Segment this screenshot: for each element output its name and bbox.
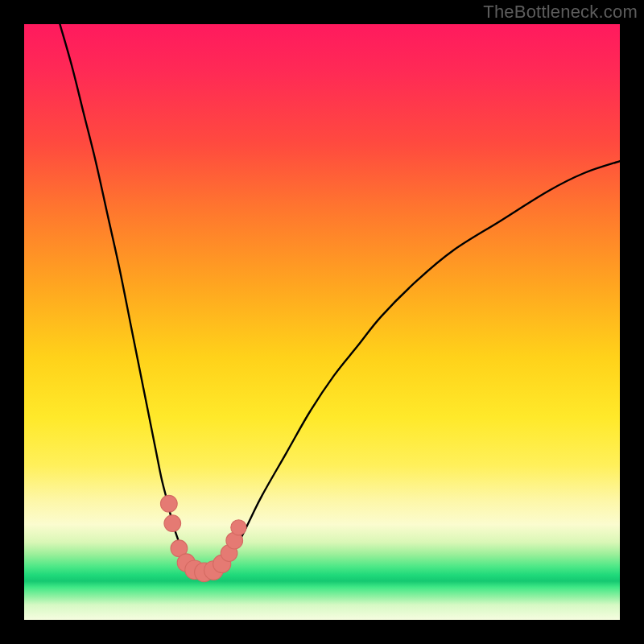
plot-area	[24, 24, 620, 620]
curve-right-branch	[191, 161, 620, 572]
curve-paths	[60, 24, 620, 572]
trough-marker	[160, 495, 177, 512]
trough-marker	[164, 515, 181, 532]
curve-layer	[24, 24, 620, 620]
curve-left-branch	[60, 24, 191, 569]
trough-marker	[231, 520, 246, 535]
trough-markers	[160, 495, 246, 581]
watermark-text: TheBottleneck.com	[483, 2, 638, 23]
chart-frame: TheBottleneck.com	[0, 0, 644, 644]
